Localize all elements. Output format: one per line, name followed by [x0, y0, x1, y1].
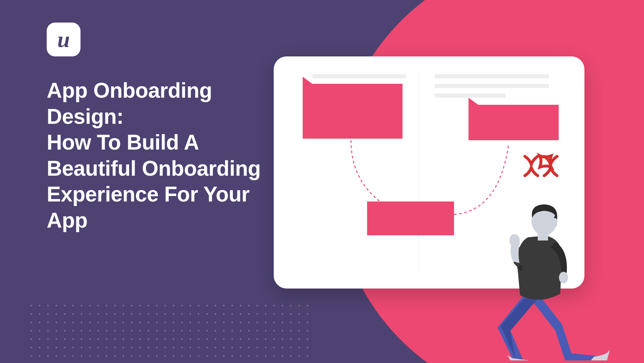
tooltip-box [303, 84, 402, 139]
tooltip-box [469, 105, 559, 140]
placeholder-line [435, 93, 506, 98]
placeholder-line [435, 84, 549, 88]
placeholder-line [312, 74, 406, 78]
svg-point-3 [559, 272, 568, 283]
dot-pattern-decoration [0, 305, 309, 363]
svg-point-6 [552, 218, 557, 226]
headline-text: App Onboarding Design: How To Build A Be… [47, 77, 272, 233]
tooltip-pointer [303, 77, 312, 84]
svg-rect-1 [31, 305, 309, 363]
tooltip-box [367, 201, 454, 235]
frustration-icon [522, 147, 560, 185]
logo-letter: u [57, 27, 70, 53]
frustrated-person-illustration [481, 195, 617, 363]
brand-logo: u [47, 23, 80, 56]
svg-point-2 [509, 234, 520, 247]
placeholder-line [435, 74, 549, 78]
card-vertical-divider [419, 71, 419, 274]
tooltip-pointer [469, 98, 478, 105]
